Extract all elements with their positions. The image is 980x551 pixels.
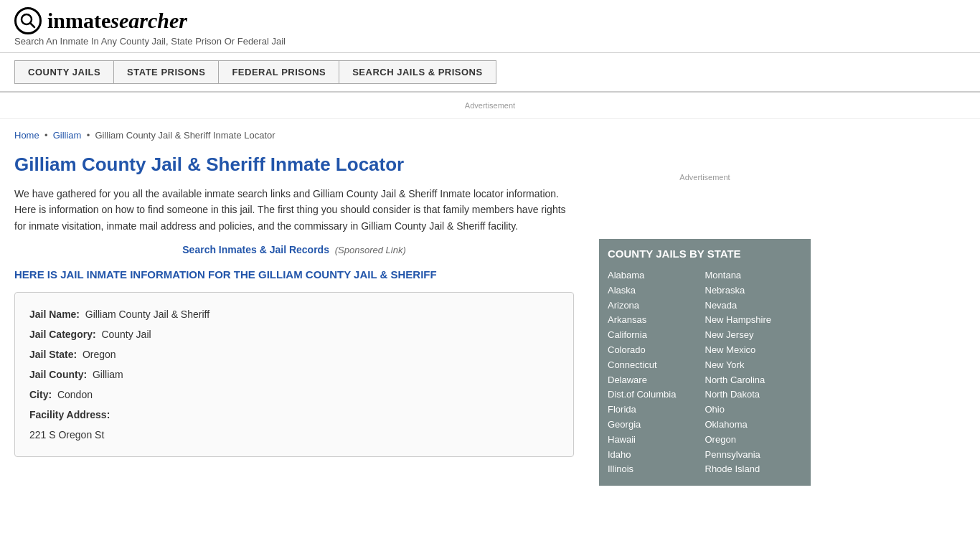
tagline: Search An Inmate In Any County Jail, Sta… <box>14 36 966 47</box>
jail-name-label: Jail Name: <box>29 309 80 320</box>
jail-county-value: Gilliam <box>93 369 123 380</box>
nav-bar: COUNTY JAILS STATE PRISONS FEDERAL PRISO… <box>0 53 980 93</box>
state-link[interactable]: Arkansas <box>608 313 646 326</box>
state-link[interactable]: North Dakota <box>705 387 760 401</box>
breadcrumb: Home • Gilliam • Gilliam County Jail & S… <box>14 130 574 141</box>
state-link[interactable]: Delaware <box>608 373 647 387</box>
nav-county-jails[interactable]: COUNTY JAILS <box>14 60 113 84</box>
state-link[interactable]: Nebraska <box>705 283 745 297</box>
breadcrumb-home[interactable]: Home <box>14 130 39 141</box>
sponsored-suffix: (Sponsored Link) <box>335 245 406 255</box>
jail-category-row: Jail Category: County Jail <box>29 324 559 344</box>
main-layout: Home • Gilliam • Gilliam County Jail & S… <box>0 119 980 496</box>
state-link[interactable]: California <box>608 328 647 342</box>
states-col1: AlabamaAlaskaArizonaArkansasCaliforniaCo… <box>608 268 705 477</box>
info-heading: HERE IS JAIL INMATE INFORMATION FOR THE … <box>14 267 574 282</box>
state-link[interactable]: New Jersey <box>705 328 754 342</box>
jail-state-row: Jail State: Oregon <box>29 344 559 364</box>
sponsored-link-area: Search Inmates & Jail Records (Sponsored… <box>14 244 574 255</box>
logo-plain: inmate <box>47 9 110 32</box>
svg-line-1 <box>31 24 35 28</box>
state-link[interactable]: New York <box>705 358 745 372</box>
county-jails-title: COUNTY JAILS BY STATE <box>608 248 802 260</box>
sidebar-ad: Advertisement <box>599 130 811 225</box>
state-link[interactable]: Alabama <box>608 268 644 282</box>
ad-banner: Advertisement <box>0 93 980 119</box>
states-grid: AlabamaAlaskaArizonaArkansasCaliforniaCo… <box>608 268 802 477</box>
breadcrumb-current: Gilliam County Jail & Sheriff Inmate Loc… <box>95 130 275 141</box>
logo-area: inmatesearcher <box>14 7 966 34</box>
facility-address-label: Facility Address: <box>29 409 110 420</box>
logo-italic: searcher <box>110 9 187 32</box>
state-link[interactable]: Idaho <box>608 448 631 461</box>
state-link[interactable]: Colorado <box>608 343 646 357</box>
page-title: Gilliam County Jail & Sheriff Inmate Loc… <box>14 154 574 176</box>
state-link[interactable]: Ohio <box>705 402 725 416</box>
state-link[interactable]: Arizona <box>608 298 639 312</box>
county-jails-box: COUNTY JAILS BY STATE AlabamaAlaskaArizo… <box>599 239 811 486</box>
breadcrumb-parent[interactable]: Gilliam <box>53 130 82 141</box>
state-link[interactable]: Hawaii <box>608 433 636 446</box>
state-link[interactable]: Dist.of Columbia <box>608 387 676 401</box>
logo-text: inmatesearcher <box>47 9 187 33</box>
state-link[interactable]: North Carolina <box>705 373 765 387</box>
nav-federal-prisons[interactable]: FEDERAL PRISONS <box>218 60 339 84</box>
state-link[interactable]: New Hampshire <box>705 313 771 326</box>
state-link[interactable]: Oklahoma <box>705 418 748 431</box>
state-link[interactable]: Florida <box>608 402 636 416</box>
state-link[interactable]: New Mexico <box>705 343 756 357</box>
info-box: Jail Name: Gilliam County Jail & Sheriff… <box>14 292 574 457</box>
logo-icon <box>14 7 42 34</box>
state-link[interactable]: Montana <box>705 268 742 282</box>
states-col2: MontanaNebraskaNevadaNew HampshireNew Je… <box>705 268 803 477</box>
nav-state-prisons[interactable]: STATE PRISONS <box>113 60 218 84</box>
state-link[interactable]: Nevada <box>705 298 738 312</box>
state-link[interactable]: Oregon <box>705 433 736 446</box>
jail-name-value: Gilliam County Jail & Sheriff <box>85 309 209 320</box>
jail-state-label: Jail State: <box>29 349 77 360</box>
facility-address-row: Facility Address: 221 S Oregon St <box>29 405 559 445</box>
state-link[interactable]: Rhode Island <box>705 462 760 476</box>
state-link[interactable]: Pennsylvania <box>705 448 760 461</box>
state-link[interactable]: Georgia <box>608 418 641 431</box>
sidebar: Advertisement COUNTY JAILS BY STATE Alab… <box>588 119 811 496</box>
state-link[interactable]: Connecticut <box>608 358 657 372</box>
jail-category-value: County Jail <box>101 329 151 340</box>
city-label: City: <box>29 389 52 400</box>
facility-address-value: 221 S Oregon St <box>29 429 104 441</box>
nav-search-jails[interactable]: SEARCH JAILS & PRISONS <box>339 60 496 84</box>
jail-name-row: Jail Name: Gilliam County Jail & Sheriff <box>29 304 559 324</box>
description: We have gathered for you all the availab… <box>14 186 574 234</box>
sponsored-link[interactable]: Search Inmates & Jail Records <box>182 244 329 255</box>
jail-state-value: Oregon <box>83 349 116 360</box>
nav-list: COUNTY JAILS STATE PRISONS FEDERAL PRISO… <box>14 60 966 84</box>
content-area: Home • Gilliam • Gilliam County Jail & S… <box>14 119 588 496</box>
state-link[interactable]: Alaska <box>608 283 636 297</box>
jail-county-row: Jail County: Gilliam <box>29 364 559 385</box>
state-link[interactable]: Illinois <box>608 462 633 476</box>
city-value: Condon <box>57 389 93 400</box>
city-row: City: Condon <box>29 385 559 405</box>
header: inmatesearcher Search An Inmate In Any C… <box>0 0 980 53</box>
jail-county-label: Jail County: <box>29 369 87 380</box>
jail-category-label: Jail Category: <box>29 329 96 340</box>
